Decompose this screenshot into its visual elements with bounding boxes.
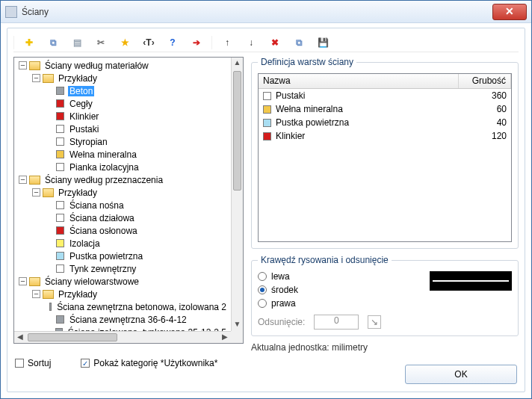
tree-label: Ściana zewnętrzna betonowa, izolowana 2 xyxy=(55,302,228,312)
tree-vscroll[interactable]: ▲ ▼ xyxy=(231,58,243,331)
scissors-icon[interactable]: ✂ xyxy=(95,37,107,49)
offset-input[interactable]: 0 xyxy=(314,315,359,330)
tree-label: Przykłady xyxy=(57,188,99,198)
expand-icon[interactable]: − xyxy=(19,277,27,285)
expand-icon xyxy=(46,201,54,209)
offset-pick-button[interactable]: ↘ xyxy=(368,315,381,329)
delete-x-icon[interactable]: ✖ xyxy=(269,37,281,49)
tree-hscroll[interactable]: ◀ ▶ xyxy=(14,331,231,343)
arrow-right-red-icon[interactable]: ➔ xyxy=(191,37,202,49)
scroll-down-icon[interactable]: ▼ xyxy=(232,319,243,331)
tree-group[interactable]: −Przykłady xyxy=(14,72,231,84)
folder-icon xyxy=(29,61,40,70)
sort-checkbox[interactable]: Sortuj xyxy=(15,358,51,368)
tree-group[interactable]: −Ściany wielowarstwowe xyxy=(14,275,231,288)
tree-item[interactable]: Ściana osłonowa xyxy=(14,224,231,237)
tree-item[interactable]: Tynk zewnętrzny xyxy=(14,262,231,275)
tree-label: Pustaki xyxy=(68,124,100,134)
tree-item[interactable]: Pustaki xyxy=(14,123,231,135)
copy2-icon[interactable]: ⧉ xyxy=(293,37,305,49)
help-icon[interactable]: ? xyxy=(167,37,179,49)
tree-label: Ściana zewnętrzna 36-6-4-12 xyxy=(68,315,188,325)
tree-item[interactable]: Ściana zewnętrzna 36-6-4-12 xyxy=(14,313,231,326)
tree-label: Ściany według przeznaczenia xyxy=(43,175,164,185)
tree-item[interactable]: Ściana działowa xyxy=(14,211,231,224)
tree-group[interactable]: −Ściany według materiałów xyxy=(14,59,231,72)
toolbar-separator xyxy=(211,36,212,49)
material-tree[interactable]: −Ściany według materiałów−PrzykładyBeton… xyxy=(14,58,231,331)
expand-icon xyxy=(46,112,54,120)
expand-icon[interactable]: − xyxy=(32,290,40,298)
tree-item[interactable]: Klinkier xyxy=(14,110,231,123)
content: ✚⧉▤✂★‹T›?➔↑↓✖⧉💾 −Ściany według materiałó… xyxy=(7,28,525,392)
expand-icon[interactable]: − xyxy=(19,61,27,69)
tree-item[interactable]: Ściana zewnętrzna betonowa, izolowana 2 xyxy=(14,300,231,313)
color-swatch xyxy=(49,303,52,311)
layer-name: Pustaki xyxy=(276,90,462,101)
tree-item[interactable]: Ściana izolowana, tynkowana 35-12-2.5 xyxy=(14,326,231,331)
color-swatch xyxy=(56,87,64,95)
text-icon[interactable]: ‹T› xyxy=(143,37,155,49)
tree-item[interactable]: Ściana nośna xyxy=(14,199,231,211)
edge-preview xyxy=(430,271,512,291)
scroll-right-icon[interactable]: ▶ xyxy=(219,332,231,343)
tree-item[interactable]: Styropian xyxy=(14,135,231,148)
tree-item[interactable]: Pustka powietrzna xyxy=(14,250,231,262)
copy-icon[interactable]: ⧉ xyxy=(47,37,59,49)
layer-row[interactable]: Klinkier120 xyxy=(259,129,511,143)
ok-button[interactable]: OK xyxy=(405,365,517,384)
save-icon[interactable]: 💾 xyxy=(317,37,329,49)
arrow-up-icon[interactable]: ↑ xyxy=(221,37,233,49)
expand-icon xyxy=(46,163,54,171)
tree-item[interactable]: Pianka izolacyjna xyxy=(14,161,231,173)
tree-label: Przykłady xyxy=(57,73,99,84)
expand-icon[interactable]: − xyxy=(32,188,40,197)
expand-icon[interactable]: − xyxy=(19,176,27,184)
color-swatch xyxy=(56,112,64,120)
titlebar[interactable]: Ściany ✕ xyxy=(1,1,531,23)
tree-label: Ściana działowa xyxy=(68,213,136,223)
color-swatch xyxy=(56,99,64,108)
tree-group[interactable]: −Ściany według przeznaczenia xyxy=(14,173,231,186)
tree-item[interactable]: Wełna mineralna xyxy=(14,148,231,161)
tree-item[interactable]: Beton xyxy=(14,84,231,97)
window-title: Ściany xyxy=(22,7,492,17)
props-icon[interactable]: ▤ xyxy=(71,37,83,49)
expand-icon xyxy=(46,303,47,311)
color-swatch xyxy=(56,163,64,171)
color-swatch xyxy=(56,226,64,235)
edge-radio-right[interactable]: prawa xyxy=(258,298,298,309)
close-button[interactable]: ✕ xyxy=(492,4,527,20)
layer-row[interactable]: Pustka powietrzna40 xyxy=(259,116,511,129)
scroll-thumb[interactable] xyxy=(233,71,241,191)
tree-label: Ściany według materiałów xyxy=(43,61,150,71)
star-icon[interactable]: ★ xyxy=(119,37,131,49)
show-user-checkbox[interactable]: ✓ Pokaż kategorię *Użytkownika* xyxy=(81,358,217,368)
layer-name: Pustka powietrzna xyxy=(276,117,462,128)
toolbar-separator xyxy=(13,36,14,49)
scroll-up-icon[interactable]: ▲ xyxy=(232,58,243,69)
edge-radio-left[interactable]: lewa xyxy=(258,271,298,282)
tree-item[interactable]: Izolacja xyxy=(14,237,231,250)
show-user-label: Pokaż kategorię *Użytkownika* xyxy=(93,358,217,368)
layer-row[interactable]: Pustaki360 xyxy=(259,89,511,102)
layer-thickness: 60 xyxy=(462,104,507,114)
layer-row[interactable]: Wełna mineralna60 xyxy=(259,102,511,116)
tree-item[interactable]: Cegły xyxy=(14,97,231,110)
col-name[interactable]: Nazwa xyxy=(259,74,459,88)
layer-name: Klinkier xyxy=(276,131,462,141)
edge-radio-center[interactable]: środek xyxy=(258,285,298,295)
expand-icon xyxy=(46,252,54,260)
tree-group[interactable]: −Przykłady xyxy=(14,288,231,300)
expand-icon xyxy=(46,226,54,235)
hscroll-thumb[interactable] xyxy=(28,333,117,341)
expand-icon[interactable]: − xyxy=(32,74,40,82)
scroll-left-icon[interactable]: ◀ xyxy=(14,332,26,343)
col-thickness[interactable]: Grubość xyxy=(459,74,511,88)
expand-icon xyxy=(46,239,54,247)
plus-icon[interactable]: ✚ xyxy=(23,37,35,49)
arrow-down-icon[interactable]: ↓ xyxy=(245,37,257,49)
tree-group[interactable]: −Przykłady xyxy=(14,186,231,199)
layers-table[interactable]: Nazwa Grubość Pustaki360Wełna mineralna6… xyxy=(258,73,512,242)
app-icon xyxy=(5,6,17,18)
